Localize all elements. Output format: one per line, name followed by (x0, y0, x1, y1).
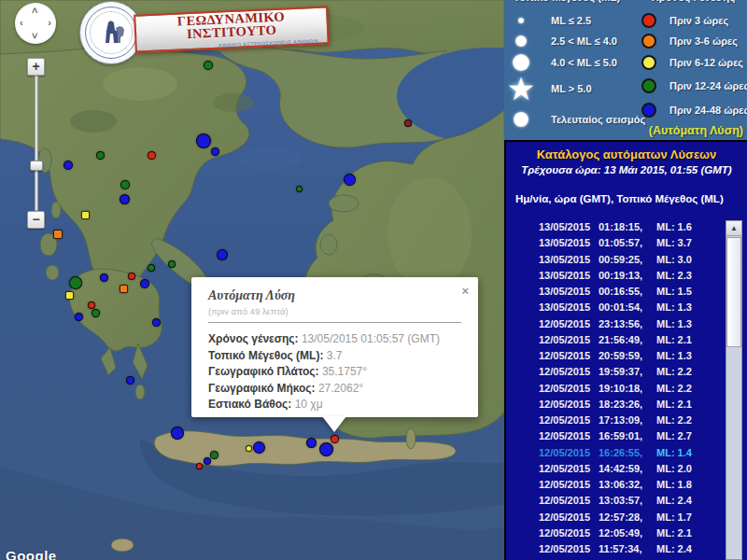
earthquake-marker-blue[interactable] (253, 441, 265, 454)
earthquake-marker-red[interactable] (331, 435, 339, 443)
earthquake-marker-green[interactable] (120, 180, 130, 189)
zoom-out-button[interactable]: − (27, 211, 45, 229)
pan-right-icon[interactable]: › (48, 18, 51, 28)
popup-tail (322, 416, 346, 432)
row-magnitude: ML: 1.3 (656, 348, 692, 364)
row-magnitude: ML: 3.7 (656, 235, 692, 251)
earthquake-marker-green[interactable] (210, 451, 218, 459)
earthquake-list-row[interactable]: 13/05/2015 01:05:57, ML: 3.7 (506, 235, 725, 251)
earthquake-marker-green[interactable] (296, 186, 303, 192)
earthquake-list-row[interactable]: 13/05/2015 00:19:13, ML: 2.3 (506, 268, 725, 284)
earthquake-list-row[interactable]: 12/05/2015 11:57:34, ML: 2.4 (506, 541, 725, 557)
earthquake-marker-green[interactable] (69, 276, 82, 289)
pan-up-icon[interactable]: ˄ (32, 6, 37, 16)
earthquake-marker-green[interactable] (148, 264, 155, 272)
legend-auto-solution-note: (Αυτόματη Λύση) (649, 124, 743, 137)
earthquake-marker-blue[interactable] (204, 457, 211, 465)
earthquake-marker-blue[interactable] (120, 194, 130, 204)
earthquake-list-row[interactable]: 12/05/2015 13:06:32, ML: 1.8 (506, 477, 725, 493)
row-date: 13/05/2015 (539, 235, 590, 251)
close-icon[interactable]: × (461, 285, 469, 297)
earthquake-list-row[interactable]: 12/05/2015 18:23:26, ML: 2.1 (506, 397, 725, 413)
row-date: 12/05/2015 (539, 413, 590, 428)
zoom-slider-handle[interactable] (30, 161, 43, 171)
row-date: 12/05/2015 (539, 461, 590, 477)
earthquake-marker-blue[interactable] (126, 376, 134, 385)
legend-time-header: Χρόνος Γένεσης (652, 0, 735, 3)
earthquake-list-row[interactable]: 12/05/2015 21:56:49, ML: 2.1 (506, 332, 725, 348)
earthquake-list-row[interactable]: 12/05/2015 12:05:49, ML: 2.1 (506, 525, 725, 541)
earthquake-marker-yellow[interactable] (65, 291, 74, 300)
zoom-in-button[interactable]: + (27, 58, 45, 76)
earthquake-marker-blue[interactable] (140, 279, 149, 288)
earthquake-marker-green[interactable] (92, 309, 100, 317)
earthquake-marker-green[interactable] (96, 151, 105, 160)
zoom-slider-track[interactable] (35, 76, 38, 211)
earthquake-list-row[interactable]: 13/05/2015 00:16:55, ML: 1.5 (506, 284, 725, 300)
popup-title: Αυτόματη Λύση (208, 288, 295, 303)
row-date: 12/05/2015 (539, 493, 590, 509)
earthquake-marker-orange[interactable] (120, 285, 128, 293)
earthquake-list-row[interactable]: 12/05/2015 16:26:55, ML: 1.4 (506, 445, 725, 461)
catalog-title: Κατάλογος αυτόματων Λύσεων (506, 147, 747, 161)
earthquake-list-row[interactable]: 12/05/2015 23:13:56, ML: 1.3 (506, 316, 725, 332)
earthquake-list-row[interactable]: 13/05/2015 00:59:25, ML: 3.0 (506, 252, 725, 268)
row-time: 19:59:37, (599, 364, 642, 380)
popup-fields: Χρόνος γένεσης: 13/05/2015 01:05:57 (GMT… (208, 331, 469, 413)
earthquake-list-row[interactable]: 12/05/2015 16:59:01, ML: 2.7 (506, 428, 725, 444)
earthquake-marker-darkred[interactable] (404, 119, 412, 127)
star-magnitude-icon: ★ (507, 71, 535, 106)
earthquake-marker-green[interactable] (204, 61, 213, 70)
legend-size-label: Τελευταίος σεισμός (551, 114, 645, 125)
earthquake-marker-blue[interactable] (171, 427, 184, 440)
earthquake-marker-orange[interactable] (53, 230, 63, 239)
earthquake-list-row[interactable]: 12/05/2015 19:59:37, ML: 2.2 (506, 364, 725, 380)
row-date: 12/05/2015 (539, 525, 590, 541)
earthquake-marker-yellow[interactable] (81, 211, 90, 219)
row-date: 13/05/2015 (539, 268, 590, 284)
earthquake-marker-green[interactable] (168, 260, 176, 268)
earthquake-list-row[interactable]: 12/05/2015 19:10:18, ML: 2.2 (506, 381, 725, 397)
earthquake-list-row[interactable]: 12/05/2015 12:57:28, ML: 1.7 (506, 510, 725, 525)
earthquake-marker-blue[interactable] (217, 249, 228, 260)
earthquake-marker-blue[interactable] (152, 318, 161, 327)
earthquake-marker-blue[interactable] (196, 133, 211, 148)
row-magnitude: ML: 2.2 (656, 381, 692, 397)
earthquake-marker-blue[interactable] (306, 438, 317, 448)
earthquake-marker-red[interactable] (148, 151, 156, 160)
earthquake-marker-red[interactable] (88, 301, 95, 309)
earthquake-marker-red[interactable] (196, 463, 203, 469)
scrollbar-thumb[interactable] (726, 237, 741, 347)
earthquake-list-row[interactable]: 13/05/2015 01:18:15, ML: 1.6 (506, 219, 725, 235)
pan-down-icon[interactable]: ˅ (32, 31, 37, 41)
pan-left-icon[interactable]: ‹ (20, 18, 23, 28)
earthquake-list-row[interactable]: 12/05/2015 14:42:59, ML: 2.0 (506, 461, 725, 477)
row-magnitude: ML: 2.1 (656, 397, 692, 413)
row-time: 21:56:49, (599, 332, 642, 348)
earthquake-marker-blue[interactable] (63, 161, 73, 170)
popup-field: Τοπικό Μέγεθος (ML): 3.7 (208, 348, 469, 365)
earthquake-marker-yellow[interactable] (246, 445, 252, 452)
earthquake-marker-blue[interactable] (319, 442, 333, 456)
map-pan-control[interactable]: ˄ ˅ ‹ › (15, 3, 56, 44)
earthquake-list-row[interactable]: 12/05/2015 20:59:59, ML: 1.3 (506, 348, 725, 364)
earthquake-marker-blue[interactable] (211, 147, 219, 156)
row-magnitude: ML: 2.7 (656, 428, 692, 444)
legend-time-label: Πριν 6-12 ώρες (669, 57, 743, 68)
scroll-up-arrow-icon[interactable]: ▲ (726, 221, 741, 236)
row-magnitude: ML: 2.3 (656, 268, 692, 284)
earthquake-list-row[interactable]: 13/05/2015 00:01:54, ML: 1.3 (506, 300, 725, 315)
catalog-scrollbar[interactable]: ▲ (726, 220, 742, 560)
row-magnitude: ML: 2.0 (656, 461, 692, 477)
earthquake-marker-blue[interactable] (100, 273, 108, 282)
popup-field-value: 27.2062° (318, 382, 363, 395)
earthquake-marker-blue[interactable] (75, 313, 83, 321)
earthquake-list-row[interactable]: 12/05/2015 17:13:09, ML: 2.2 (506, 413, 725, 428)
earthquake-list: 13/05/2015 01:18:15, ML: 1.613/05/2015 0… (506, 219, 725, 560)
map-panel[interactable]: ˄ ˅ ‹ › + − ΓΕΩΔΥΝΑΜΙΚΟ ΙΝΣΤΙΤΟΥΤΟ ΕΘΝΙΚ… (0, 0, 504, 560)
earthquake-list-row[interactable]: 12/05/2015 13:03:57, ML: 2.4 (506, 493, 725, 509)
last-earthquake-dot-icon (514, 112, 529, 127)
earthquake-marker-red[interactable] (128, 273, 135, 280)
earthquake-marker-blue[interactable] (344, 174, 356, 186)
row-date: 13/05/2015 (539, 252, 590, 268)
